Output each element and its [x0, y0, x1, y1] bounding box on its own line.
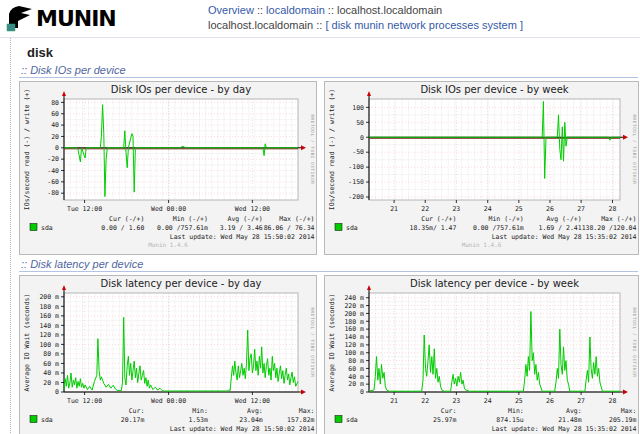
svg-text:RRDTOOL / TOBI OETIKER: RRDTOOL / TOBI OETIKER — [632, 114, 637, 184]
svg-text:22: 22 — [421, 205, 429, 213]
svg-text:-150: -150 — [348, 178, 364, 186]
chart-panel-latency-day[interactable]: Disk latency per device - by day200 m180… — [19, 275, 317, 434]
svg-text:Cur (-/+): Cur (-/+) — [421, 215, 456, 223]
logo-text: MUNIN — [36, 6, 116, 31]
svg-text:25: 25 — [515, 397, 523, 405]
svg-text:157.82m: 157.82m — [287, 416, 314, 424]
svg-text:sda: sda — [346, 224, 358, 232]
svg-text:Disk IOs per device - by day: Disk IOs per device - by day — [111, 84, 251, 95]
chart-latency-day[interactable]: Disk latency per device - by day200 m180… — [20, 276, 316, 434]
svg-text:Tue 12:00: Tue 12:00 — [67, 397, 102, 405]
svg-text:Max (-/+): Max (-/+) — [601, 215, 636, 223]
svg-text:138.20 /120.04: 138.20 /120.04 — [582, 224, 637, 232]
page-title: disk — [27, 45, 640, 60]
svg-text:40 m: 40 m — [348, 373, 364, 381]
svg-text:80: 80 — [51, 99, 59, 107]
svg-text:27: 27 — [577, 205, 585, 213]
svg-text:Last update: Wed May 28 15:50:: Last update: Wed May 28 15:50:02 2014 — [170, 233, 315, 241]
breadcrumb: Overview :: localdomain :: localhost.loc… — [208, 3, 523, 18]
svg-text:50: 50 — [356, 119, 364, 127]
nav-link[interactable]: network — [387, 19, 426, 31]
nav-link[interactable]: munin — [354, 19, 384, 31]
svg-text:80 m: 80 m — [348, 357, 364, 365]
chart-panel-io-week[interactable]: Disk IOs per device - by week100500-50-1… — [324, 81, 639, 255]
svg-text:3.19 / 3.46: 3.19 / 3.46 — [220, 224, 263, 232]
svg-text:24: 24 — [484, 397, 492, 405]
svg-text:60 m: 60 m — [43, 360, 59, 368]
svg-text:26: 26 — [546, 397, 554, 405]
svg-text:23.04m: 23.04m — [239, 416, 263, 424]
svg-text:Cur (-/+): Cur (-/+) — [109, 215, 144, 223]
svg-text:0.00 /757.61m: 0.00 /757.61m — [157, 224, 208, 232]
svg-text:-50: -50 — [352, 148, 364, 156]
nav-link[interactable]: disk — [332, 19, 352, 31]
svg-text:Avg:: Avg: — [247, 407, 263, 415]
svg-text:Cur:: Cur: — [129, 407, 145, 415]
svg-text:60 m: 60 m — [348, 365, 364, 373]
svg-text:Min (-/+): Min (-/+) — [489, 215, 524, 223]
svg-text:sda: sda — [346, 416, 358, 424]
nav-link[interactable]: Overview — [208, 4, 254, 16]
svg-text:23: 23 — [452, 205, 460, 213]
svg-text:Wed 12:00: Wed 12:00 — [235, 205, 270, 213]
svg-text:120 m: 120 m — [39, 331, 59, 339]
svg-text:21: 21 — [390, 397, 398, 405]
svg-text:22: 22 — [421, 397, 429, 405]
chart-latency-week[interactable]: Disk latency per device - by week240 m22… — [325, 276, 638, 434]
nav-link[interactable]: processes — [429, 19, 479, 31]
svg-text:20 m: 20 m — [43, 379, 59, 387]
svg-text:-80: -80 — [47, 189, 59, 197]
svg-text:RRDTOOL / TOBI OETIKER: RRDTOOL / TOBI OETIKER — [310, 114, 315, 184]
chart-panel-io-day[interactable]: Disk IOs per device - by day806040200-20… — [19, 81, 317, 255]
svg-text:21: 21 — [390, 205, 398, 213]
svg-text:205.19m: 205.19m — [609, 416, 636, 424]
svg-text:27: 27 — [577, 397, 585, 405]
svg-text:-20: -20 — [47, 155, 59, 163]
svg-text:60: 60 — [51, 110, 59, 118]
svg-text:Max:: Max: — [621, 407, 637, 415]
svg-text:0: 0 — [55, 388, 59, 396]
svg-text:1.53m: 1.53m — [188, 416, 208, 424]
svg-text:20: 20 — [51, 133, 59, 141]
munin-logo[interactable]: MUNIN — [6, 4, 116, 32]
svg-text:220 m: 220 m — [344, 302, 364, 310]
chart-panel-latency-week[interactable]: Disk latency per device - by week240 m22… — [324, 275, 639, 434]
svg-text:Min:: Min: — [508, 407, 524, 415]
svg-text:Disk IOs per device - by week: Disk IOs per device - by week — [420, 84, 568, 95]
chart-io-day[interactable]: Disk IOs per device - by day806040200-20… — [20, 82, 316, 254]
svg-text:IOs/second read (-) / write (+: IOs/second read (-) / write (+) — [328, 89, 336, 210]
svg-text:200 m: 200 m — [344, 310, 364, 318]
svg-text:Min (-/+): Min (-/+) — [173, 215, 208, 223]
svg-text:28: 28 — [609, 397, 617, 405]
svg-text:21.48m: 21.48m — [558, 416, 582, 424]
svg-text:sda: sda — [41, 224, 53, 232]
svg-text:Munin 1.4.6: Munin 1.4.6 — [148, 241, 188, 248]
svg-text:Disk latency per device - by d: Disk latency per device - by day — [100, 278, 261, 289]
svg-text:Average IO Wait (seconds): Average IO Wait (seconds) — [23, 294, 31, 392]
svg-text:-40: -40 — [47, 167, 59, 175]
svg-text:Last update: Wed May 28 15:50:: Last update: Wed May 28 15:50:02 2014 — [170, 425, 315, 433]
svg-text:86.06 / 76.34: 86.06 / 76.34 — [264, 224, 315, 232]
svg-text:RRDTOOL / TOBI OETIKER: RRDTOOL / TOBI OETIKER — [632, 307, 637, 377]
svg-text:0: 0 — [55, 144, 59, 152]
nav-text: :: — [254, 4, 266, 16]
nav-link[interactable]: ] — [517, 19, 523, 31]
svg-text:240 m: 240 m — [344, 294, 364, 302]
svg-text:sda: sda — [41, 416, 53, 424]
svg-text:-60: -60 — [47, 178, 59, 186]
svg-text:Wed 12:00: Wed 12:00 — [235, 397, 270, 405]
chart-io-week[interactable]: Disk IOs per device - by week100500-50-1… — [325, 82, 638, 254]
svg-text:100 m: 100 m — [344, 349, 364, 357]
nav-text: :: — [325, 4, 337, 16]
nav-link[interactable]: system — [482, 19, 517, 31]
svg-text:Cur:: Cur: — [441, 407, 457, 415]
svg-text:Disk latency per device - by w: Disk latency per device - by week — [410, 278, 579, 289]
svg-text:160 m: 160 m — [344, 325, 364, 333]
svg-text:100 m: 100 m — [39, 341, 59, 349]
svg-text:140 m: 140 m — [344, 333, 364, 341]
svg-text:Last update: Wed May 28 15:35:: Last update: Wed May 28 15:35:02 2014 — [492, 233, 637, 241]
svg-text:0.00 / 1.60: 0.00 / 1.60 — [101, 224, 144, 232]
svg-text:Max (-/+): Max (-/+) — [279, 215, 314, 223]
svg-text:180 m: 180 m — [39, 303, 59, 311]
nav-link[interactable]: localdomain — [266, 4, 325, 16]
